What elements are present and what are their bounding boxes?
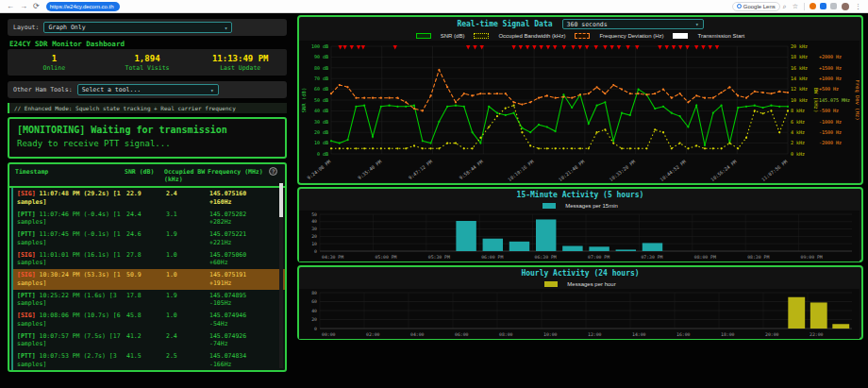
cell-timestamp: [PTT] 11:07:45 PM (-0.1s) [1 samples]	[17, 230, 126, 247]
table-row[interactable]: [PTT] 10:07:46 PM (5.6s) [11 samples]45.…	[13, 371, 285, 372]
cell-timestamp: [SIG] 11:07:48 PM (29.2s) [1 samples]	[17, 190, 126, 207]
col-occupied-bw: Occupied BW (kHz)	[164, 168, 208, 183]
svg-text:05:30 PM: 05:30 PM	[428, 255, 450, 260]
svg-text:50: 50	[311, 212, 317, 217]
svg-text:+2000 Hz: +2000 Hz	[819, 54, 842, 59]
fifteen-min-legend-swatch	[542, 203, 556, 209]
signal-table-header: Timestamp SNR (dB) Occupied BW (kHz) Fre…	[9, 164, 285, 188]
layout-select-value: Graph Only	[48, 24, 85, 31]
profile-avatar[interactable]	[842, 3, 849, 10]
svg-text:145.075 MHz: 145.075 MHz	[819, 97, 850, 103]
cell-snr: 41.2	[126, 332, 166, 349]
svg-text:07:30 PM: 07:30 PM	[641, 255, 662, 260]
svg-text:80 dB: 80 dB	[314, 65, 328, 71]
table-row[interactable]: [PTT] 11:07:46 PM (-0.4s) [1 samples]24.…	[13, 209, 285, 229]
cell-bw: 2.5	[166, 352, 209, 369]
menu-kebab-icon[interactable]: ⋮	[855, 3, 861, 10]
svg-text:6 kHz: 6 kHz	[791, 119, 805, 125]
svg-text:-500 Hz: -500 Hz	[819, 108, 839, 113]
svg-text:0 dB: 0 dB	[317, 151, 328, 157]
cell-timestamp: [PTT] 10:25:22 PM (1.6s) [3 samples]	[17, 292, 126, 309]
back-icon[interactable]: ←	[7, 0, 14, 13]
cell-snr: 27.8	[126, 251, 166, 268]
transmission-legend-swatch	[673, 33, 688, 39]
bookmark-star-icon[interactable]: ☆	[793, 3, 798, 10]
svg-text:10:00: 10:00	[543, 332, 558, 337]
tools-select[interactable]: Select a tool... ▾	[77, 84, 219, 95]
svg-text:09:00 PM: 09:00 PM	[801, 255, 823, 260]
cell-timestamp: [SIG] 11:01:01 PM (16.1s) [1 samples]	[17, 251, 126, 268]
svg-text:12 kHz: 12 kHz	[791, 86, 808, 92]
tools-label: Other Ham Tools:	[13, 86, 73, 93]
signal-log-panel: Timestamp SNR (dB) Occupied BW (kHz) Fre…	[8, 162, 287, 372]
address-bar[interactable]: https://e24cy.decom.co.th	[46, 2, 120, 11]
hourly-chart-svg: 02040608000:0002:0004:0006:0008:0010:001…	[299, 289, 860, 339]
table-row[interactable]: [PTT] 10:25:22 PM (1.6s) [3 samples]17.8…	[13, 290, 285, 311]
cell-snr: 24.4	[126, 211, 166, 228]
monitoring-status-panel: [MONITORING] Waiting for transmission Re…	[8, 117, 287, 159]
extension-icon-2[interactable]	[820, 3, 826, 9]
cell-snr: 50.9	[126, 271, 166, 288]
cell-snr: 45.8	[126, 312, 166, 329]
table-row[interactable]: [PTT] 10:07:57 PM (7.5s) [17 samples]41.…	[13, 330, 285, 351]
signal-tag: [PTT]	[17, 292, 36, 299]
table-scrollbar-thumb[interactable]	[279, 183, 283, 217]
svg-text:4 kHz: 4 kHz	[791, 129, 805, 135]
svg-text:70 dB: 70 dB	[314, 76, 328, 81]
col-timestamp: Timestamp	[15, 168, 125, 183]
forward-icon[interactable]: →	[20, 0, 27, 13]
svg-text:05:00 PM: 05:00 PM	[375, 255, 396, 260]
svg-text:60: 60	[311, 299, 317, 304]
last-update-time: 11:13:49 PM	[212, 54, 269, 63]
table-row[interactable]: [PTT] 10:07:53 PM (2.7s) [3 samples]41.5…	[13, 350, 285, 371]
table-scrollbar-track[interactable]	[279, 183, 283, 368]
bandwidth-legend-swatch	[474, 33, 489, 39]
svg-text:8 kHz: 8 kHz	[791, 108, 805, 113]
fifteen-min-legend: Messages per 15min	[299, 201, 861, 211]
svg-text:30 dB: 30 dB	[314, 119, 328, 125]
svg-text:06:30 PM: 06:30 PM	[535, 255, 557, 260]
table-row[interactable]: [SIG] 10:08:06 PM (10.7s) [6 samples]45.…	[13, 310, 285, 330]
svg-text:16 kHz: 16 kHz	[791, 65, 808, 71]
help-icon[interactable]: ?	[269, 167, 277, 176]
svg-text:06:00: 06:00	[455, 332, 469, 337]
cell-frequency: 145.074895-105Hz	[209, 292, 283, 309]
layout-select[interactable]: Graph Only ▾	[43, 22, 232, 33]
realtime-chart-legend: SNR (dB) Occupied Bandwidth (kHz) Freque…	[299, 31, 861, 41]
cell-bw: 2.4	[166, 190, 209, 207]
svg-text:40 dB: 40 dB	[314, 108, 328, 113]
search-icon[interactable]: ⌕	[783, 3, 787, 10]
realtime-chart-svg: 0 dB10 dB20 dB30 dB40 dB50 dB60 dB70 dB8…	[299, 41, 860, 182]
total-visits-count: 1,894	[134, 54, 159, 63]
cell-bw: 1.9	[166, 292, 209, 309]
hourly-legend-swatch	[544, 281, 558, 287]
google-lens-button[interactable]: Google Lens	[732, 2, 780, 11]
table-row[interactable]: [PTT] 11:07:45 PM (-0.1s) [1 samples]24.…	[13, 228, 285, 249]
cell-bw: 2.4	[166, 332, 209, 349]
svg-text:60 dB: 60 dB	[314, 86, 328, 92]
cell-frequency: 145.075282+282Hz	[209, 211, 283, 228]
layout-label: Layout:	[13, 24, 39, 31]
time-window-select[interactable]: 360 seconds ▾	[562, 19, 704, 29]
hourly-legend-label: Messages per hour	[567, 281, 615, 287]
cell-bw: 1.0	[166, 271, 209, 288]
chevron-down-icon: ▾	[225, 25, 228, 31]
svg-text:10 kHz: 10 kHz	[791, 97, 808, 103]
snr-legend-swatch	[416, 33, 431, 39]
svg-text:100 dB: 100 dB	[311, 43, 328, 49]
stat-online: 1 Online	[8, 49, 101, 76]
screen: ← → ⟳ https://e24cy.decom.co.th Google L…	[0, 0, 868, 388]
signal-tag: [SIG]	[17, 271, 36, 278]
reload-icon[interactable]: ⟳	[33, 0, 40, 13]
extensions-puzzle-icon[interactable]	[830, 3, 837, 9]
svg-text:20 dB: 20 dB	[314, 129, 328, 135]
svg-text:BW (kHz): BW (kHz)	[813, 88, 819, 113]
signal-tag: [PTT]	[17, 332, 36, 340]
extension-icon-1[interactable]	[810, 3, 816, 9]
table-row[interactable]: [SIG] 11:07:48 PM (29.2s) [1 samples]22.…	[13, 188, 285, 209]
table-row[interactable]: [SIG] 10:30:24 PM (53.3s) [1 samples]50.…	[13, 269, 285, 290]
svg-text:-1500 Hz: -1500 Hz	[819, 129, 842, 135]
table-row[interactable]: [SIG] 11:01:01 PM (16.1s) [1 samples]27.…	[13, 249, 285, 270]
cell-frequency: 145.075191+191Hz	[209, 271, 283, 288]
svg-text:08:00: 08:00	[499, 332, 513, 337]
